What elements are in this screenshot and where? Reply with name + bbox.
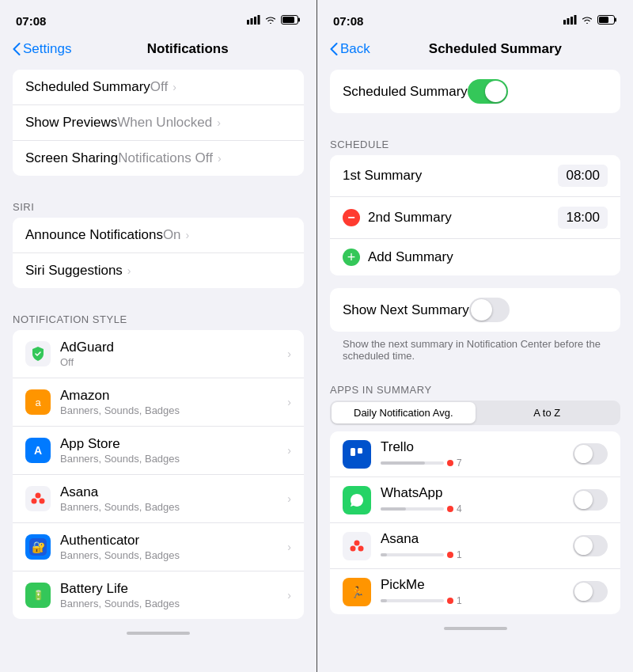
list-item[interactable]: 🏃 PickMe 1 [330, 569, 620, 614]
second-summary-label: 2nd Summary [368, 210, 452, 226]
chevron-icon: › [287, 589, 291, 602]
list-item[interactable]: 🔋 Battery Life Banners, Sounds, Badges › [13, 571, 304, 619]
add-summary-item[interactable]: + Add Summary [330, 239, 620, 275]
asana-icon [25, 486, 51, 511]
list-item[interactable]: a Amazon Banners, Sounds, Badges › [13, 378, 304, 427]
left-panel: 07:08 [0, 0, 316, 672]
asana-bar-row: 1 [381, 549, 573, 560]
first-summary-time[interactable]: 08:00 [558, 165, 608, 187]
list-item[interactable]: Asana Banners, Sounds, Badges › [13, 475, 304, 523]
status-time-right: 07:08 [333, 14, 363, 28]
show-previews-item[interactable]: Show Previews When Unlocked › [13, 105, 304, 141]
svg-rect-23 [615, 18, 616, 22]
scheduled-summary-value: Off [150, 79, 168, 95]
schedule-card: 1st Summary 08:00 − 2nd Summary 18:00 + … [330, 155, 620, 275]
trello-bar-fill [381, 461, 425, 465]
scheduled-summary-item[interactable]: Scheduled Summary Off › [13, 70, 304, 105]
whatsapp-toggle[interactable] [573, 489, 608, 511]
add-summary-label: Add Summary [368, 249, 453, 265]
list-item[interactable]: A App Store Banners, Sounds, Badges › [13, 427, 304, 475]
nav-bar-right: Back Scheduled Summary [317, 35, 633, 63]
show-next-summary-desc: Show the next summary in Notification Ce… [317, 338, 633, 371]
battery-life-name: Battery Life [60, 581, 287, 597]
tab-a-to-z[interactable]: A to Z [476, 402, 620, 423]
pickme-name: PickMe [381, 577, 573, 593]
amazon-subtitle: Banners, Sounds, Badges [60, 404, 287, 416]
first-summary-item[interactable]: 1st Summary 08:00 [330, 155, 620, 197]
battery-life-icon: 🔋 [25, 583, 51, 608]
tab-daily-avg[interactable]: Daily Notification Avg. [332, 402, 476, 423]
scroll-indicator [127, 632, 190, 635]
siri-suggestions-label: Siri Suggestions [25, 263, 123, 279]
second-summary-time[interactable]: 18:00 [558, 207, 608, 229]
scheduled-summary-toggle[interactable] [468, 79, 508, 104]
svg-rect-19 [567, 18, 570, 25]
trello-toggle[interactable] [573, 443, 608, 465]
chevron-icon: › [127, 264, 131, 277]
pickme-count: 1 [457, 595, 462, 606]
svg-point-30 [351, 545, 356, 551]
asana-toggle[interactable] [573, 535, 608, 556]
trello-icon [343, 440, 371, 469]
chevron-icon: › [186, 229, 190, 241]
whatsapp-bar-fill [381, 507, 406, 511]
chevron-icon: › [287, 444, 291, 457]
show-next-summary-item[interactable]: Show Next Summary [330, 288, 620, 332]
scheduled-summary-toggle-item[interactable]: Scheduled Summary [330, 70, 620, 113]
svg-point-29 [354, 540, 360, 545]
whatsapp-info: WhatsApp 4 [381, 485, 573, 514]
status-icons-right [563, 13, 617, 28]
nav-bar-left: Settings Notifications [0, 35, 316, 63]
back-button-left[interactable]: Settings [13, 41, 71, 57]
notification-style-label: NOTIFICATION STYLE [0, 301, 316, 330]
amazon-icon: a [25, 389, 51, 415]
schedule-section-label: SCHEDULE [317, 126, 633, 155]
svg-text:🔐: 🔐 [32, 541, 46, 554]
app-store-text: App Store Banners, Sounds, Badges [60, 436, 287, 465]
svg-rect-25 [347, 445, 366, 464]
show-next-summary-toggle[interactable] [469, 298, 510, 322]
list-item[interactable]: AdGuard Off › [13, 330, 304, 378]
trello-name: Trello [381, 439, 573, 455]
list-item[interactable]: 🔐 Authenticator Banners, Sounds, Badges … [13, 523, 304, 571]
apps-tabs: Daily Notification Avg. A to Z [330, 401, 620, 425]
pickme-toggle[interactable] [573, 581, 608, 602]
svg-rect-21 [574, 15, 577, 25]
screen-sharing-item[interactable]: Screen Sharing Notifications Off › [13, 141, 304, 176]
add-summary-button[interactable]: + [343, 249, 360, 266]
svg-rect-2 [254, 17, 256, 25]
whatsapp-bar-row: 4 [381, 503, 573, 514]
siri-card: Announce Notifications On › Siri Suggest… [13, 218, 304, 288]
trello-bar-row: 7 [381, 457, 573, 469]
show-previews-value: When Unlocked [117, 115, 212, 131]
app-store-icon: A [25, 438, 51, 463]
chevron-icon: › [217, 116, 221, 129]
announce-notifications-item[interactable]: Announce Notifications On › [13, 218, 304, 253]
svg-text:a: a [35, 397, 41, 408]
adguard-subtitle: Off [60, 356, 287, 368]
page-title-left: Notifications [71, 41, 304, 57]
status-bar-right: 07:08 [317, 0, 633, 35]
back-button-right[interactable]: Back [330, 41, 370, 57]
remove-summary-button[interactable]: − [343, 209, 360, 226]
status-time-left: 07:08 [16, 14, 46, 28]
siri-suggestions-item[interactable]: Siri Suggestions › [13, 253, 304, 288]
whatsapp-bar [381, 507, 444, 511]
summary-apps-card: Trello 7 [330, 431, 620, 614]
battery-life-subtitle: Banners, Sounds, Badges [60, 598, 287, 609]
adguard-text: AdGuard Off [60, 340, 287, 368]
list-item[interactable]: Asana 1 [330, 523, 620, 569]
show-next-summary-card: Show Next Summary [330, 288, 620, 332]
list-item[interactable]: Trello 7 [330, 431, 620, 477]
toggle-thumb [485, 81, 506, 102]
scheduled-summary-toggle-card: Scheduled Summary [330, 70, 620, 113]
first-summary-label: 1st Summary [343, 168, 422, 184]
battery-icon [597, 13, 617, 28]
second-summary-item[interactable]: − 2nd Summary 18:00 [330, 197, 620, 239]
wifi-icon [264, 13, 277, 28]
svg-rect-24 [599, 17, 608, 23]
list-item[interactable]: WhatsApp 4 [330, 477, 620, 523]
pickme-icon: 🏃 [343, 578, 371, 606]
chevron-icon: › [287, 396, 291, 408]
svg-point-11 [36, 493, 41, 499]
